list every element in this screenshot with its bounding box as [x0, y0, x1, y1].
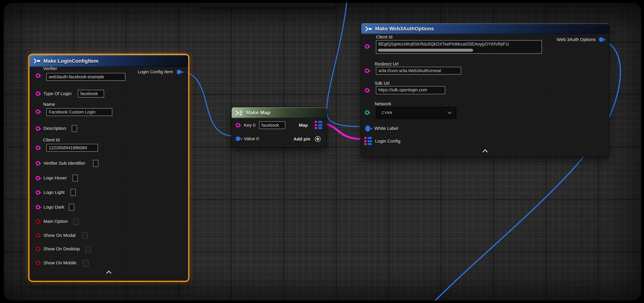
pin-label: Type Of Login: [44, 91, 72, 96]
pin-label: Show On Modal: [44, 233, 76, 238]
input-pin[interactable]: [365, 68, 369, 73]
output-pin[interactable]: [177, 70, 181, 74]
input-pin[interactable]: [36, 233, 40, 238]
input-pin[interactable]: [36, 126, 40, 131]
checkbox[interactable]: [73, 218, 78, 225]
node-header[interactable]: Make Map: [232, 107, 327, 118]
pin-label: Logo Dark: [44, 204, 64, 210]
pin-label: Show On Mobile: [44, 260, 76, 265]
pin-label: Value 0: [244, 136, 259, 141]
input-pin[interactable]: [36, 190, 40, 195]
node-header[interactable]: Make LoginConfigItem: [30, 55, 188, 67]
pin-label: Redirect Url: [374, 62, 398, 66]
text-input[interactable]: facebook: [259, 121, 285, 129]
input-pin[interactable]: [365, 88, 369, 92]
pin-label: Login Config: [375, 138, 400, 144]
map-output-pin[interactable]: [315, 121, 322, 129]
pin-label: Logo Light: [44, 190, 64, 195]
blueprint-canvas[interactable]: Make LoginConfigItem Login Config Item V…: [4, 3, 641, 300]
text-input[interactable]: web3auth-facebook-example: [46, 73, 125, 81]
value-pin[interactable]: [236, 136, 240, 141]
pin-label: Network: [374, 101, 391, 106]
input-pin[interactable]: [36, 219, 40, 224]
node-title: Make Map: [246, 110, 270, 116]
pin-label: Verifier: [43, 66, 57, 71]
text-input[interactable]: https://sdk.openlogin.com: [376, 86, 445, 94]
pin-label: Logo Hover: [44, 176, 67, 180]
white-label-pin[interactable]: [365, 125, 370, 132]
output-pin-label: Map: [299, 122, 308, 128]
text-input[interactable]: 1222658941886084: [46, 144, 98, 152]
text-input-empty[interactable]: [93, 160, 98, 167]
input-pin[interactable]: [36, 92, 40, 96]
checkbox[interactable]: [83, 260, 88, 266]
checkbox[interactable]: [85, 246, 91, 252]
input-pin[interactable]: [365, 110, 369, 115]
pin-label: Show On Desktop: [44, 246, 80, 251]
pin-label: Verifier Sub Identifier: [44, 161, 85, 166]
pin-label: White Label: [374, 126, 398, 131]
node-title: Make LoginConfigItem: [44, 58, 98, 64]
text-input-empty[interactable]: [72, 125, 77, 132]
make-map-icon: [236, 110, 243, 115]
input-pin[interactable]: [36, 73, 40, 78]
pin-label: Key 0: [244, 122, 256, 128]
pin-label: Client Id: [43, 137, 60, 142]
client-id-input[interactable]: BEglQSgt4cUWcj6SKRdu5QkOXTsePmMcusG5EAoy…: [376, 40, 542, 54]
input-pin[interactable]: [36, 161, 40, 166]
input-pin[interactable]: [36, 146, 40, 150]
pin-label: Description: [44, 126, 66, 131]
output-pin-label: Login Config Item: [138, 69, 173, 74]
input-pin[interactable]: [36, 205, 40, 209]
input-pin[interactable]: [36, 247, 40, 251]
node-make-web3authoptions[interactable]: Make Web3AuthOptions Web 3Auth Options C…: [361, 23, 609, 156]
login-config-pin[interactable]: [364, 137, 372, 145]
client-id-text: BEglQSgt4cUWcj6SKRdu5QkOXTsePmMcusG5EAoy…: [378, 41, 541, 46]
client-id-scrollbar[interactable]: [378, 49, 473, 52]
node-make-loginconfigitem[interactable]: Make LoginConfigItem Login Config Item V…: [30, 55, 188, 281]
output-pin-label: Web 3Auth Options: [557, 37, 596, 42]
pin-label: Client Id: [376, 34, 392, 40]
dropdown-chevron-icon: [448, 110, 452, 114]
node-title: Make Web3AuthOptions: [375, 26, 434, 32]
key-pin[interactable]: [236, 123, 240, 128]
text-input[interactable]: facebook: [78, 90, 104, 98]
text-input[interactable]: w3a://com.w3a.Web3AuthUnreal: [376, 67, 461, 74]
editor-stage: Make LoginConfigItem Login Config Item V…: [0, 0, 644, 303]
text-input[interactable]: Facebook Custom Login: [46, 108, 112, 116]
input-pin[interactable]: [36, 176, 40, 180]
add-pin-label: Add pin: [294, 136, 310, 142]
input-pin[interactable]: [36, 110, 40, 114]
text-input-empty[interactable]: [72, 175, 78, 182]
network-dropdown[interactable]: CYAN: [376, 107, 456, 118]
collapse-chevron-icon[interactable]: [106, 270, 112, 276]
node-make-map[interactable]: Make Map Key 0 facebook Map Value 0 Add …: [232, 107, 327, 147]
add-pin-icon[interactable]: [315, 136, 320, 142]
network-value: CYAN: [382, 110, 392, 115]
pin-label: Sdk Url: [374, 81, 389, 86]
node-header[interactable]: Make Web3AuthOptions: [361, 23, 609, 34]
input-pin[interactable]: [36, 260, 40, 265]
offscreen-node-fragment[interactable]: [200, 3, 334, 7]
output-pin[interactable]: [599, 37, 604, 42]
wire-top-to-white-label[interactable]: [327, 3, 359, 126]
collapse-chevron-icon[interactable]: [482, 149, 488, 154]
pin-label: Name: [43, 102, 55, 106]
text-input-empty[interactable]: [70, 189, 76, 196]
make-struct-icon: [34, 58, 40, 64]
checkbox[interactable]: [82, 232, 88, 239]
input-pin[interactable]: [365, 44, 369, 49]
pin-label: Main Option: [44, 219, 68, 224]
make-struct-icon: [365, 26, 372, 31]
text-input-empty[interactable]: [69, 204, 74, 210]
